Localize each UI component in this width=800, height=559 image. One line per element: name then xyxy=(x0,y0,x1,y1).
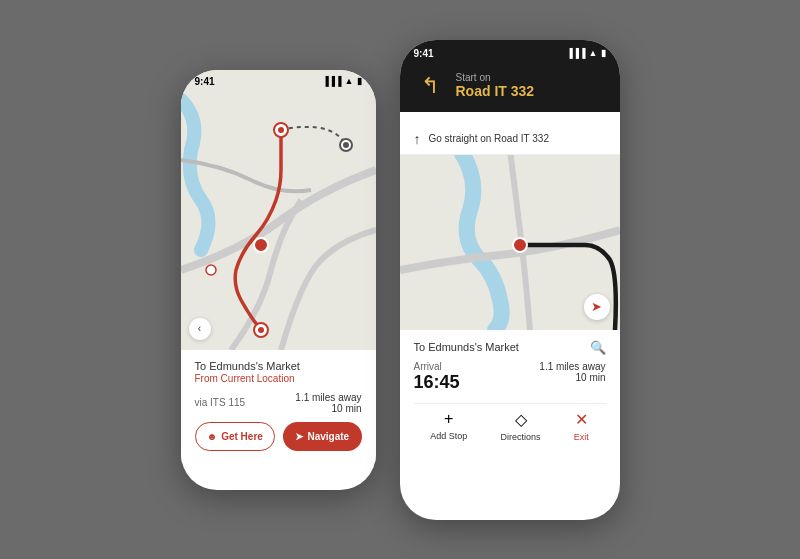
route-info: via ITS 115 1.1 miles away 10 min xyxy=(195,392,362,414)
get-here-button[interactable]: ☻ Get Here xyxy=(195,422,276,451)
svg-point-8 xyxy=(206,265,216,275)
person-icon: ☻ xyxy=(207,431,218,442)
dist-block: 1.1 miles away 10 min xyxy=(539,361,605,383)
right-distance: 1.1 miles away xyxy=(539,361,605,372)
arrival-label: Arrival xyxy=(414,361,460,372)
distance-text: 1.1 miles away xyxy=(295,392,361,403)
signal-icon: ▐▐▐ xyxy=(322,76,341,86)
add-stop-label: Add Stop xyxy=(430,431,467,441)
directions-button[interactable]: ◇ Directions xyxy=(501,410,541,442)
time-text: 10 min xyxy=(295,403,361,414)
right-time: 10 min xyxy=(539,372,605,383)
next-instruction-bar: ↑ Go straight on Road IT 332 xyxy=(400,124,620,155)
status-time-left: 9:41 xyxy=(195,76,215,87)
right-dest-label: To Edmunds's Market xyxy=(414,341,519,353)
diamond-icon: ◇ xyxy=(515,410,527,429)
left-phone: 9:41 ▐▐▐ ▲ ▮ xyxy=(181,70,376,490)
search-icon[interactable]: 🔍 xyxy=(590,340,606,355)
signal-icon-r: ▐▐▐ xyxy=(566,48,585,58)
navigate-button[interactable]: ➤ Navigate xyxy=(283,422,362,451)
svg-point-5 xyxy=(254,238,268,252)
exit-button[interactable]: ✕ Exit xyxy=(574,410,589,442)
svg-point-7 xyxy=(258,327,264,333)
directions-label: Directions xyxy=(501,432,541,442)
battery-icon-r: ▮ xyxy=(601,48,606,58)
battery-icon: ▮ xyxy=(357,76,362,86)
turn-arrow-icon: ↰ xyxy=(421,73,439,99)
turn-icon: ↰ xyxy=(414,70,446,102)
status-icons-right: ▐▐▐ ▲ ▮ xyxy=(566,48,605,58)
nav-road-label: Road IT 332 xyxy=(456,83,606,99)
svg-point-10 xyxy=(513,238,527,252)
exit-label: Exit xyxy=(574,432,589,442)
wifi-icon-r: ▲ xyxy=(589,48,598,58)
bottom-actions: + Add Stop ◇ Directions ✕ Exit xyxy=(414,403,606,442)
navigate-icon: ➤ xyxy=(295,431,303,442)
get-here-label: Get Here xyxy=(221,431,263,442)
map-area-left[interactable]: ‹ xyxy=(181,70,376,350)
x-icon: ✕ xyxy=(575,410,588,429)
right-bottom-panel: To Edmunds's Market 🔍 Arrival 16:45 1.1 … xyxy=(400,330,620,452)
distance-info: 1.1 miles away 10 min xyxy=(295,392,361,414)
arrival-row: Arrival 16:45 1.1 miles away 10 min xyxy=(414,361,606,393)
map-area-right[interactable]: ➤ xyxy=(400,150,620,330)
nav-text-block: Start on Road IT 332 xyxy=(456,72,606,99)
navigate-label: Navigate xyxy=(307,431,349,442)
destination-label: To Edmunds's Market xyxy=(195,360,362,372)
nav-banner: ↰ Start on Road IT 332 xyxy=(400,60,620,112)
from-label: From Current Location xyxy=(195,373,362,384)
via-label: via ITS 115 xyxy=(195,397,246,408)
back-button[interactable]: ‹ xyxy=(189,318,211,340)
status-icons-left: ▐▐▐ ▲ ▮ xyxy=(322,76,361,86)
wifi-icon: ▲ xyxy=(345,76,354,86)
svg-point-2 xyxy=(278,127,284,133)
status-bar-right: 9:41 ▐▐▐ ▲ ▮ xyxy=(400,40,620,61)
bottom-panel-left: To Edmunds's Market From Current Locatio… xyxy=(181,350,376,463)
compass-button[interactable]: ➤ xyxy=(584,294,610,320)
svg-point-4 xyxy=(343,142,349,148)
status-bar-left: 9:41 ▐▐▐ ▲ ▮ xyxy=(181,70,376,89)
straight-arrow-icon: ↑ xyxy=(414,131,421,147)
compass-icon: ➤ xyxy=(591,299,602,314)
add-stop-button[interactable]: + Add Stop xyxy=(430,410,467,442)
status-time-right: 9:41 xyxy=(414,48,434,59)
right-phone: 9:41 ▐▐▐ ▲ ▮ ↰ Start on Road IT 332 ↑ Go… xyxy=(400,40,620,520)
next-instruction-text: Go straight on Road IT 332 xyxy=(429,133,549,144)
map-svg-left xyxy=(181,70,376,350)
action-buttons: ☻ Get Here ➤ Navigate xyxy=(195,422,362,451)
plus-icon: + xyxy=(444,410,453,428)
arrival-time: 16:45 xyxy=(414,372,460,393)
nav-start-on-label: Start on xyxy=(456,72,606,83)
arrival-block: Arrival 16:45 xyxy=(414,361,460,393)
dest-row: To Edmunds's Market 🔍 xyxy=(414,340,606,355)
